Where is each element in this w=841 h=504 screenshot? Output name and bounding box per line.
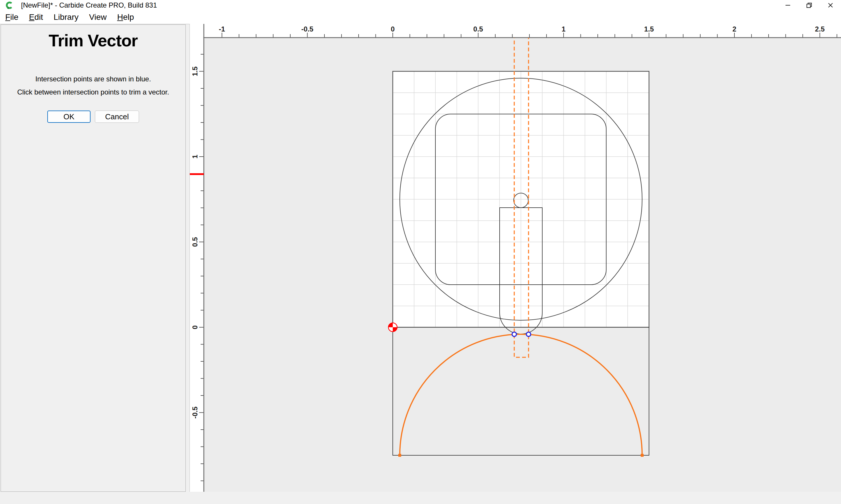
menu-item-file[interactable]: File	[5, 13, 18, 22]
trim-vector-panel: Trim Vector Intersection points are show…	[1, 24, 186, 492]
panel-title: Trim Vector	[1, 31, 185, 50]
intersection-point	[512, 332, 517, 337]
svg-text:1: 1	[562, 25, 565, 33]
ok-button[interactable]: OK	[47, 110, 90, 123]
ruler-cursor-marker	[190, 173, 204, 175]
svg-text:1.5: 1.5	[191, 67, 199, 76]
svg-text:0: 0	[391, 25, 395, 33]
svg-text:-0.5: -0.5	[302, 25, 313, 33]
restore-button[interactable]	[799, 0, 820, 11]
semicircle-endpoint-node	[398, 454, 401, 457]
instruction-line-2: Click between intersection points to tri…	[1, 86, 185, 98]
instruction-line-1: Intersection points are shown in blue.	[1, 72, 185, 86]
svg-text:1.5: 1.5	[644, 25, 654, 33]
restore-icon	[806, 2, 812, 8]
origin-marker	[389, 323, 397, 331]
semicircle-endpoint-node	[641, 454, 643, 457]
title-bar: [NewFile]* - Carbide Create PRO, Build 8…	[0, 0, 841, 11]
svg-text:1: 1	[191, 155, 199, 158]
menu-item-view[interactable]: View	[89, 13, 107, 22]
minimize-icon	[785, 2, 791, 8]
menu-bar: FileEditLibraryViewHelp	[0, 11, 841, 24]
svg-text:-0.5: -0.5	[191, 407, 199, 418]
window-controls	[777, 0, 841, 11]
top-ruler	[190, 24, 841, 37]
panel-instructions: Intersection points are shown in blue. C…	[1, 72, 185, 98]
close-button[interactable]	[820, 0, 841, 11]
svg-text:0.5: 0.5	[191, 237, 199, 247]
left-ruler	[190, 24, 204, 492]
app-window: { "window": { "title": "[NewFile]* - Car…	[0, 0, 841, 504]
menu-item-edit[interactable]: Edit	[29, 13, 43, 22]
minimize-button[interactable]	[777, 0, 799, 11]
window-title: [NewFile]* - Carbide Create PRO, Build 8…	[21, 1, 157, 9]
canvas-area: -1-0.500.511.522.51.510.50-0.5	[187, 24, 841, 492]
svg-text:0.5: 0.5	[473, 25, 483, 33]
intersection-point	[527, 332, 531, 337]
svg-text:2.5: 2.5	[815, 25, 825, 33]
menu-item-help[interactable]: Help	[117, 13, 134, 22]
svg-text:0: 0	[191, 325, 199, 329]
cancel-button[interactable]: Cancel	[95, 110, 139, 123]
carbide-create-logo-icon	[5, 1, 14, 10]
svg-text:2: 2	[732, 25, 736, 33]
close-icon	[827, 2, 834, 8]
svg-text:-1: -1	[219, 25, 225, 33]
menu-item-library[interactable]: Library	[53, 13, 79, 22]
design-canvas[interactable]: -1-0.500.511.522.51.510.50-0.5	[187, 24, 841, 492]
